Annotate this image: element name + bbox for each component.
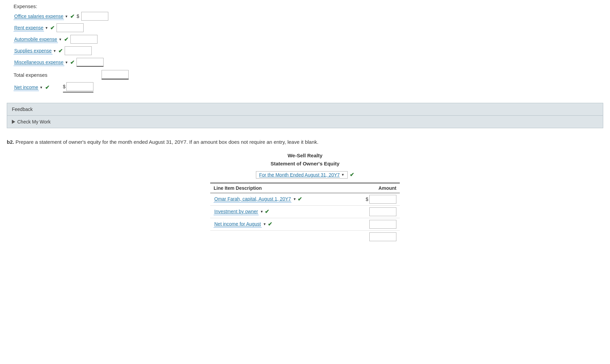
arrow-icon-office-salaries[interactable]: ▼ — [65, 15, 68, 18]
arrow-icon-capital[interactable]: ▼ — [293, 197, 296, 201]
date-label: For the Month Ended August 31, 20Y7 — [259, 172, 340, 178]
dropdown-container-automobile: Automobile expense ▼ — [14, 36, 62, 43]
dropdown-supplies[interactable]: Supplies expense — [14, 47, 52, 54]
total-expenses-label: Total expenses — [14, 72, 88, 78]
expense-row-office-salaries: Office salaries expense ▼ ✔ $ — [14, 12, 603, 21]
arrow-icon-automobile[interactable]: ▼ — [59, 38, 62, 41]
dropdown-wrapper-net-income-aug: Net income for August ▼ ✔ — [214, 221, 367, 228]
dollar-sign-office-salaries: $ — [77, 14, 79, 19]
table-row-empty — [210, 231, 400, 241]
dropdown-investment[interactable]: Investment by owner — [214, 208, 259, 215]
check-icon-date: ✔ — [350, 172, 354, 178]
statement-header: We-Sell Realty Statement of Owner's Equi… — [7, 152, 603, 168]
input-supplies[interactable] — [65, 46, 92, 55]
dropdown-rent[interactable]: Rent expense — [14, 24, 44, 31]
check-icon-supplies: ✔ — [58, 48, 63, 54]
dropdown-miscellaneous[interactable]: Miscellaneous expense — [14, 59, 64, 66]
check-work-row[interactable]: Check My Work — [7, 116, 603, 128]
date-arrow-icon[interactable]: ▼ — [341, 173, 345, 177]
row-label-investment: Investment by owner ▼ ✔ — [214, 208, 367, 215]
col-description-header: Line Item Description — [214, 185, 262, 191]
arrow-icon-net-income-aug[interactable]: ▼ — [263, 222, 266, 226]
check-icon-capital: ✔ — [298, 196, 302, 202]
dropdown-capital[interactable]: Omar Farah, capital, August 1, 20Y7 — [214, 196, 291, 203]
expenses-label: Expenses: — [14, 3, 603, 9]
statement-title: Statement of Owner's Equity — [7, 160, 603, 168]
dropdown-wrapper-investment: Investment by owner ▼ ✔ — [214, 208, 367, 215]
dropdown-office-salaries[interactable]: Office salaries expense — [14, 13, 64, 20]
dropdown-net-income[interactable]: Net income — [14, 84, 39, 91]
date-dropdown-wrapper: For the Month Ended August 31, 20Y7 ▼ — [256, 171, 347, 179]
dropdown-container-miscellaneous: Miscellaneous expense ▼ — [14, 59, 68, 66]
input-automobile[interactable] — [70, 35, 97, 44]
dropdown-wrapper-capital: Omar Farah, capital, August 1, 20Y7 ▼ ✔ — [214, 196, 364, 203]
check-icon-investment: ✔ — [265, 208, 269, 215]
check-icon-rent: ✔ — [50, 25, 55, 31]
input-net-income-aug[interactable] — [369, 220, 396, 229]
dropdown-automobile[interactable]: Automobile expense — [14, 36, 58, 43]
arrow-icon-supplies[interactable]: ▼ — [53, 49, 57, 53]
dropdown-container-rent: Rent expense ▼ — [14, 24, 48, 31]
table-row-investment: Investment by owner ▼ ✔ — [210, 206, 400, 218]
expense-row-rent: Rent expense ▼ ✔ — [14, 23, 603, 32]
table-header: Line Item Description Amount — [210, 183, 400, 193]
input-capital[interactable] — [369, 195, 396, 204]
input-total-expenses[interactable] — [102, 70, 129, 79]
feedback-box: Feedback Check My Work — [7, 103, 603, 128]
arrow-icon-net-income[interactable]: ▼ — [40, 86, 43, 89]
arrow-icon-investment[interactable]: ▼ — [260, 210, 263, 213]
row-label-net-income-aug: Net income for August ▼ ✔ — [214, 221, 367, 228]
dollar-sign-net-income: $ — [63, 84, 66, 89]
check-work-label[interactable]: Check My Work — [17, 119, 51, 124]
company-name: We-Sell Realty — [7, 152, 603, 160]
table-row-net-income-aug: Net income for August ▼ ✔ — [210, 218, 400, 231]
total-expenses-input-wrapper — [102, 70, 129, 79]
check-icon-automobile: ✔ — [64, 36, 68, 43]
date-row: For the Month Ended August 31, 20Y7 ▼ ✔ — [7, 171, 603, 179]
check-icon-miscellaneous: ✔ — [70, 59, 74, 66]
equity-table: Line Item Description Amount Omar Farah,… — [210, 183, 400, 241]
b2-intro: b2. Prepare a statement of owner's equit… — [7, 138, 603, 146]
check-icon-net-income: ✔ — [45, 84, 49, 91]
net-income-row: Net income ▼ ✔ $ — [14, 82, 603, 93]
expenses-section: Expenses: Office salaries expense ▼ ✔ $ … — [14, 3, 603, 93]
input-rent[interactable] — [57, 23, 84, 32]
input-net-income[interactable] — [66, 82, 93, 91]
row-amount-investment — [369, 207, 396, 216]
expense-row-supplies: Supplies expense ▼ ✔ — [14, 46, 603, 55]
col-amount-header: Amount — [378, 185, 396, 191]
b2-intro-text: Prepare a statement of owner's equity fo… — [16, 139, 319, 145]
table-row-capital: Omar Farah, capital, August 1, 20Y7 ▼ ✔ … — [210, 193, 400, 206]
input-office-salaries[interactable] — [81, 12, 108, 21]
check-icon-office-salaries: ✔ — [70, 13, 74, 20]
row-amount-net-income-aug — [369, 220, 396, 229]
feedback-header: Feedback — [7, 103, 603, 116]
dropdown-container-office-salaries: Office salaries expense ▼ — [14, 13, 68, 20]
check-icon-net-income-aug: ✔ — [268, 221, 272, 227]
dollar-sign-capital: $ — [366, 197, 368, 202]
dropdown-container-net-income: Net income ▼ — [14, 84, 43, 91]
expense-row-automobile: Automobile expense ▼ ✔ — [14, 35, 603, 44]
triangle-icon — [12, 120, 15, 124]
input-investment[interactable] — [369, 207, 396, 216]
row-amount-empty — [369, 232, 396, 241]
input-empty[interactable] — [369, 232, 396, 241]
expense-row-miscellaneous: Miscellaneous expense ▼ ✔ — [14, 58, 603, 67]
row-label-capital: Omar Farah, capital, August 1, 20Y7 ▼ ✔ — [214, 196, 364, 203]
row-amount-capital: $ — [366, 195, 396, 204]
dropdown-net-income-aug[interactable]: Net income for August — [214, 221, 262, 228]
arrow-icon-rent[interactable]: ▼ — [45, 26, 48, 30]
b2-label: b2. — [7, 139, 14, 145]
net-income-input-wrapper: $ — [63, 82, 93, 93]
arrow-icon-miscellaneous[interactable]: ▼ — [65, 61, 68, 64]
input-miscellaneous[interactable] — [77, 58, 104, 67]
dropdown-container-supplies: Supplies expense ▼ — [14, 47, 56, 54]
total-expenses-row: Total expenses — [14, 70, 603, 79]
b2-section: b2. Prepare a statement of owner's equit… — [7, 138, 603, 241]
